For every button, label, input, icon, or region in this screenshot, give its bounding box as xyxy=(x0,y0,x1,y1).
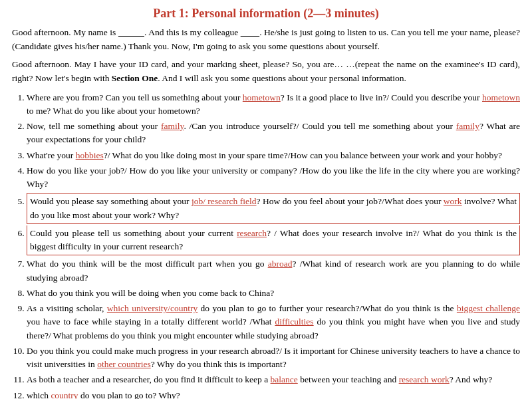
list-item: Do you think you could make much progres… xyxy=(27,344,520,372)
list-item: As both a teacher and a researcher, do y… xyxy=(27,373,520,386)
list-item: Where are you from? Can you tell us some… xyxy=(27,91,520,118)
intro-paragraph-1: Good afternoon. My name is . And this is… xyxy=(12,26,520,54)
intro-paragraph-2: Good afternoon. May I have your ID card,… xyxy=(12,58,520,86)
list-item: What do you think will be the most diffi… xyxy=(27,257,520,285)
list-item: How do you like your job?/ How do you li… xyxy=(27,164,520,192)
page-title: Part 1: Personal information (2—3 minute… xyxy=(12,7,520,21)
question-list: Where are you from? Can you tell us some… xyxy=(27,91,520,399)
list-item: which country do you plan to go to? Why? xyxy=(27,389,520,399)
list-item: What do you think you will be doing when… xyxy=(27,287,520,300)
list-item: What're your hobbies?/ What do you like … xyxy=(27,149,520,162)
list-item: As a visiting scholar, which university/… xyxy=(27,302,520,342)
list-item-highlighted: Would you please say something about you… xyxy=(27,193,520,224)
list-item-highlighted: Could you please tell us something about… xyxy=(27,225,520,256)
list-item: Now, tell me something about your family… xyxy=(27,120,520,147)
